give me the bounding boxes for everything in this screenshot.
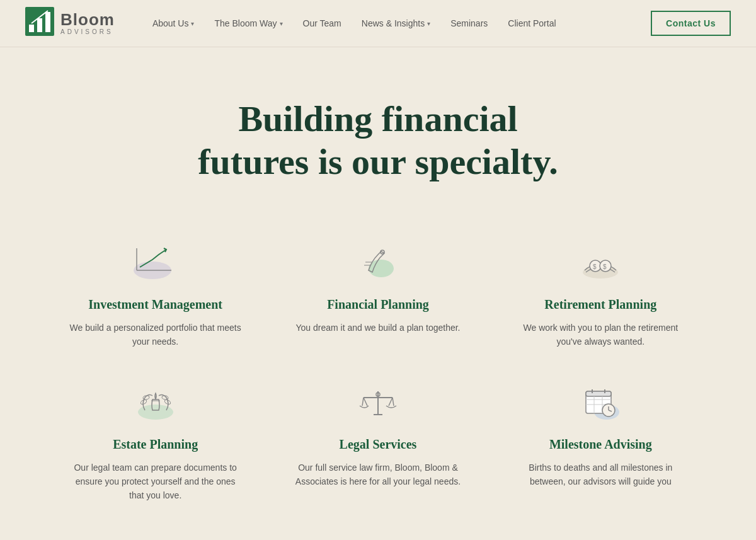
estate-planning-desc: Our legal team can prepare documents to … [67, 461, 244, 503]
legal-services-icon [350, 374, 406, 425]
estate-planning-title: Estate Planning [113, 437, 198, 452]
about-chevron-icon: ▾ [191, 20, 194, 27]
svg-line-25 [364, 398, 367, 406]
svg-rect-2 [37, 18, 42, 32]
milestone-advising-icon [572, 374, 629, 425]
svg-rect-3 [45, 12, 50, 32]
investment-management-desc: We build a personalized portfolio that m… [67, 321, 244, 349]
contact-us-button[interactable]: Contact Us [651, 11, 731, 36]
estate-planning-icon [127, 374, 184, 425]
hero-heading: Building financial futures is our specia… [158, 98, 598, 184]
legal-services-title: Legal Services [340, 437, 417, 452]
investment-management-title: Investment Management [88, 297, 222, 312]
nav-our-team[interactable]: Our Team [303, 18, 341, 28]
service-card-investment: Investment Management We build a persona… [63, 234, 248, 349]
service-card-legal: Legal Services Our full service law firm… [285, 374, 470, 503]
financial-planning-desc: You dream it and we build a plan togethe… [295, 321, 460, 335]
hero-section: Building financial futures is our specia… [0, 47, 756, 222]
service-card-estate: Estate Planning Our legal team can prepa… [63, 374, 248, 503]
milestone-advising-title: Milestone Advising [549, 437, 652, 452]
main-nav: Bloom ADVISORS About Us ▾ The Bloom Way … [0, 0, 756, 47]
nav-bloom-way[interactable]: The Bloom Way ▾ [214, 18, 282, 28]
legal-services-desc: Our full service law firm, Bloom, Bloom … [290, 461, 466, 489]
news-chevron-icon: ▾ [427, 20, 430, 27]
logo[interactable]: Bloom ADVISORS [25, 7, 115, 40]
svg-point-20 [161, 395, 168, 400]
svg-line-26 [389, 398, 392, 406]
logo-bloom: Bloom [60, 11, 115, 28]
nav-seminars[interactable]: Seminars [450, 18, 488, 28]
nav-links: About Us ▾ The Bloom Way ▾ Our Team News… [152, 18, 651, 28]
financial-planning-icon [350, 234, 406, 285]
svg-text:$: $ [593, 263, 597, 270]
service-card-financial: Financial Planning You dream it and we b… [285, 234, 470, 349]
financial-planning-title: Financial Planning [327, 297, 429, 312]
retirement-planning-title: Retirement Planning [544, 297, 656, 312]
svg-rect-32 [586, 391, 611, 396]
nav-about-us[interactable]: About Us ▾ [152, 18, 195, 28]
nav-client-portal[interactable]: Client Portal [508, 18, 556, 28]
service-card-milestone: Milestone Advising Births to deaths and … [508, 374, 693, 503]
service-card-retirement: $ $ Retirement Planning We work with you… [508, 234, 693, 349]
svg-line-24 [362, 398, 364, 406]
bloom-way-chevron-icon: ▾ [280, 20, 283, 27]
svg-rect-1 [29, 25, 34, 32]
svg-point-18 [142, 395, 149, 400]
svg-line-27 [392, 398, 394, 406]
nav-news[interactable]: News & Insights ▾ [362, 18, 430, 28]
svg-text:$: $ [603, 263, 607, 270]
logo-advisors: ADVISORS [60, 29, 115, 35]
services-grid: Investment Management We build a persona… [0, 222, 756, 540]
retirement-planning-icon: $ $ [572, 234, 629, 285]
retirement-planning-desc: We work with you to plan the retirement … [512, 321, 689, 349]
milestone-advising-desc: Births to deaths and all milestones in b… [512, 461, 689, 489]
investment-management-icon [127, 234, 184, 285]
